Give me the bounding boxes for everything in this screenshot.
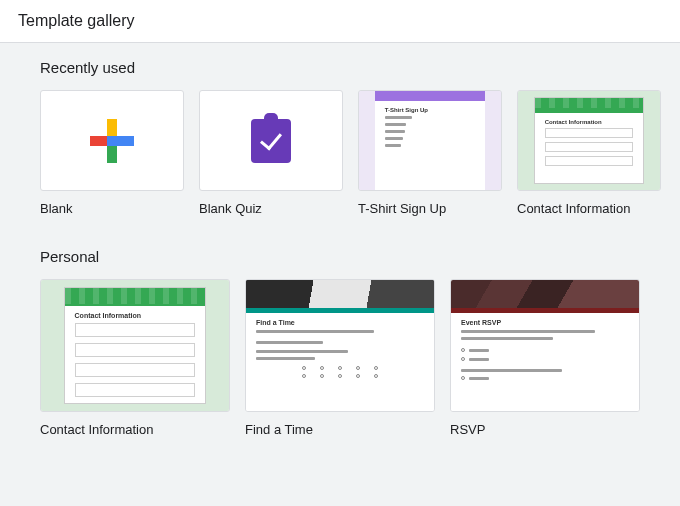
plus-icon <box>90 119 134 163</box>
template-contact-recent-label: Contact Information <box>517 201 661 216</box>
template-tshirt-thumb: T-Shirt Sign Up <box>358 90 502 191</box>
preview-title: Event RSVP <box>461 319 629 326</box>
template-blank-quiz[interactable]: Blank Quiz <box>199 90 343 216</box>
section-recent-title: Recently used <box>40 59 648 76</box>
template-blank-label: Blank <box>40 201 184 216</box>
template-contact-recent-thumb: Contact Information <box>517 90 661 191</box>
preview-title: T-Shirt Sign Up <box>385 107 476 113</box>
recent-row: Blank Blank Quiz T-Shirt Sign Up <box>40 90 648 216</box>
template-find-a-time[interactable]: Find a Time Find a Time <box>245 279 435 437</box>
clipboard-check-icon <box>251 119 291 163</box>
template-tshirt-signup[interactable]: T-Shirt Sign Up T-Shirt Sign Up <box>358 90 502 216</box>
preview-title: Contact Information <box>545 119 634 125</box>
template-contact-info-recent[interactable]: Contact Information Contact Information <box>517 90 661 216</box>
template-blank[interactable]: Blank <box>40 90 184 216</box>
section-personal: Personal Contact Information <box>0 224 680 445</box>
template-rsvp-label: RSVP <box>450 422 640 437</box>
template-find-time-thumb: Find a Time <box>245 279 435 412</box>
personal-row: Contact Information Contact Information <box>40 279 648 437</box>
template-rsvp-thumb: Event RSVP <box>450 279 640 412</box>
preview-title: Contact Information <box>75 312 196 319</box>
page-header: Template gallery <box>0 0 680 43</box>
section-recent: Recently used Blank <box>0 43 680 224</box>
template-find-time-label: Find a Time <box>245 422 435 437</box>
template-contact-personal-thumb: Contact Information <box>40 279 230 412</box>
section-personal-title: Personal <box>40 248 648 265</box>
template-tshirt-label: T-Shirt Sign Up <box>358 201 502 216</box>
preview-title: Find a Time <box>256 319 424 326</box>
template-contact-info-personal[interactable]: Contact Information Contact Information <box>40 279 230 437</box>
template-contact-personal-label: Contact Information <box>40 422 230 437</box>
template-blank-quiz-thumb <box>199 90 343 191</box>
template-blank-thumb <box>40 90 184 191</box>
template-rsvp[interactable]: Event RSVP RSVP <box>450 279 640 437</box>
page-title: Template gallery <box>18 12 135 29</box>
template-blank-quiz-label: Blank Quiz <box>199 201 343 216</box>
